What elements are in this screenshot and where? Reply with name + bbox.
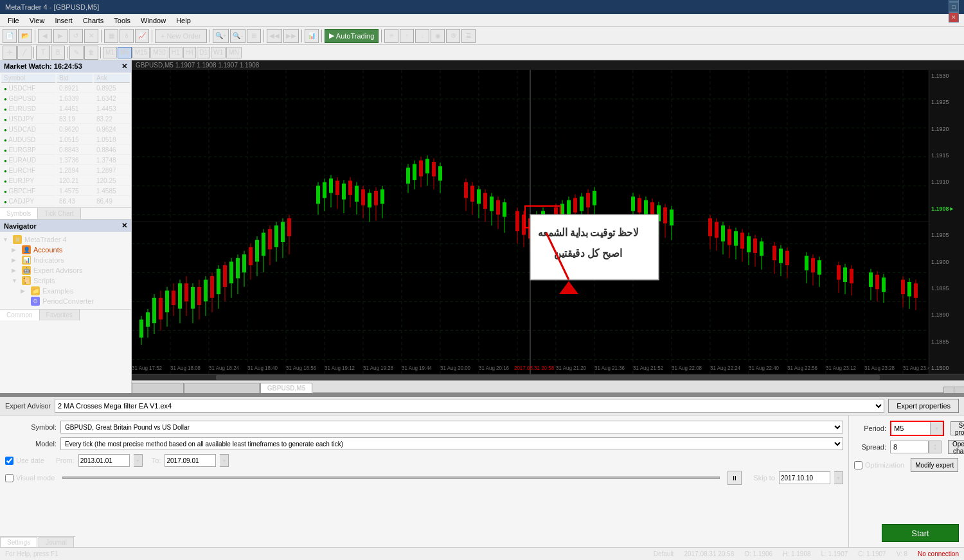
- nav-tab-common[interactable]: Common: [0, 310, 40, 320]
- strat-tab-settings[interactable]: Settings: [0, 537, 37, 547]
- chart-tab-gbpusd-m5[interactable]: GBPUSD,M5: [260, 383, 312, 393]
- tree-accounts[interactable]: ▶ 👤 Accounts: [12, 245, 129, 255]
- market-watch-row[interactable]: ● AUDUSD 1.0515 1.0518: [1, 136, 130, 144]
- zoom-out-btn[interactable]: 🔍-: [230, 29, 245, 43]
- pause-button[interactable]: ⏸: [727, 471, 742, 485]
- delete-btn[interactable]: 🗑: [84, 46, 98, 60]
- market-watch-row[interactable]: ● USDCAD 0.9620 0.9624: [1, 125, 130, 134]
- scroll-left-btn[interactable]: ◀◀: [267, 29, 282, 43]
- menu-help[interactable]: Help: [171, 15, 196, 26]
- tree-indicators[interactable]: ▶ 📊 Indicators: [12, 255, 129, 265]
- misc-btn4[interactable]: ◉: [431, 29, 445, 43]
- market-watch-row[interactable]: ● EURUSD 1.4451 1.4453: [1, 105, 130, 114]
- tf-h4[interactable]: H4: [183, 47, 197, 58]
- market-watch-row[interactable]: ● GBPUSD 1.6339 1.6342: [1, 94, 130, 103]
- navigator-close-icon[interactable]: ✕: [121, 222, 127, 230]
- misc-btn3[interactable]: ↓: [415, 29, 429, 43]
- line-btn[interactable]: ╱: [17, 46, 31, 60]
- market-watch-row[interactable]: ● EURAUD 1.3736 1.3748: [1, 156, 130, 165]
- chart-tab-eurusd-m1[interactable]: EURUSD,M1: [132, 383, 184, 393]
- grid-btn[interactable]: ⊞: [247, 29, 261, 43]
- from-date-input[interactable]: [78, 454, 130, 467]
- to-date-input[interactable]: [165, 454, 216, 467]
- tree-examples[interactable]: ▶ 📁 Examples: [21, 286, 129, 296]
- stop-btn[interactable]: ✕: [84, 29, 98, 43]
- close-button[interactable]: ✕: [949, 12, 959, 22]
- tf-m1[interactable]: M1: [103, 47, 117, 58]
- skip-to-input[interactable]: [779, 471, 830, 484]
- zoom-in-btn[interactable]: 🔍+: [213, 29, 229, 43]
- misc-btn1[interactable]: ≡: [384, 29, 398, 43]
- indicator-btn[interactable]: 📊: [305, 29, 319, 43]
- market-watch-row[interactable]: ● CADJPY 86.43 86.49: [1, 197, 130, 206]
- menu-window[interactable]: Window: [136, 15, 171, 26]
- forward-btn[interactable]: ▶: [53, 29, 67, 43]
- back-btn[interactable]: ◀: [38, 29, 52, 43]
- tf-h1[interactable]: H1: [169, 47, 183, 58]
- period-input[interactable]: [891, 422, 930, 435]
- tf-mn[interactable]: MN: [226, 47, 242, 58]
- misc-btn5[interactable]: ⚙: [446, 29, 460, 43]
- market-watch-row[interactable]: ● USDCHF 0.8921 0.8925: [1, 84, 130, 93]
- mw-tab-tick-chart[interactable]: Tick Chart: [38, 208, 80, 219]
- chart-bar-btn[interactable]: ▦: [104, 29, 118, 43]
- tree-scripts[interactable]: ▼ 📜 Scripts: [12, 276, 129, 286]
- new-btn[interactable]: 📄: [3, 29, 17, 43]
- period-dropdown-arrow[interactable]: ▼: [930, 422, 943, 435]
- chart-scrollbar[interactable]: [132, 374, 964, 380]
- market-watch-row[interactable]: ● EURJPY 120.21 120.25: [1, 177, 130, 186]
- spread-spinner[interactable]: ▲ ▼: [929, 441, 942, 453]
- use-date-checkbox[interactable]: [5, 457, 13, 465]
- chart-candle-btn[interactable]: 🕯: [120, 29, 134, 43]
- bold-btn[interactable]: B: [51, 46, 65, 60]
- open-btn[interactable]: 📂: [18, 29, 32, 43]
- new-order-button[interactable]: + New Order: [155, 29, 207, 43]
- maximize-button[interactable]: □: [949, 2, 959, 12]
- visual-mode-slider[interactable]: [62, 477, 720, 479]
- misc-btn6[interactable]: ≣: [461, 29, 476, 43]
- chart-scroll-right[interactable]: ▶: [954, 387, 964, 393]
- expert-properties-button[interactable]: Expert properties: [888, 399, 959, 413]
- to-date-picker[interactable]: ▼: [220, 454, 229, 467]
- chart-tab-eurusd-m2[interactable]: EURUSD,M2 (offline): [184, 383, 260, 393]
- misc-btn2[interactable]: ↑: [400, 29, 414, 43]
- tf-w1[interactable]: W1: [211, 47, 226, 58]
- menu-tools[interactable]: Tools: [109, 15, 136, 26]
- tree-expert-advisors[interactable]: ▶ 🤖 Expert Advisors: [12, 265, 129, 276]
- text-btn[interactable]: T: [36, 46, 50, 60]
- crosshair-btn[interactable]: ✛: [3, 46, 17, 60]
- draw-btn[interactable]: ✎: [69, 46, 84, 60]
- mw-close-icon[interactable]: ✕: [121, 62, 127, 71]
- menu-charts[interactable]: Charts: [78, 15, 109, 26]
- market-watch-row[interactable]: ● GBPCHF 1.4575 1.4585: [1, 187, 130, 196]
- scroll-right-btn[interactable]: ▶▶: [283, 29, 299, 43]
- model-select[interactable]: Every tick (the most precise method base…: [60, 437, 843, 450]
- mw-tab-symbols[interactable]: Symbols: [0, 208, 38, 219]
- strat-tab-journal[interactable]: Journal: [39, 537, 74, 547]
- symbol-select[interactable]: GBPUSD, Great Britain Pound vs US Dollar: [60, 421, 843, 433]
- ea-dropdown[interactable]: 2 MA Crosses Mega filter EA V1.ex4: [55, 399, 884, 413]
- menu-view[interactable]: View: [24, 15, 50, 26]
- autotrading-button[interactable]: ▶ AutoTrading: [325, 29, 379, 43]
- optimization-checkbox[interactable]: [854, 461, 862, 469]
- chart-main[interactable]: لاحظ توقيت بداية الشمعه اصبح كل دقيقتين …: [132, 70, 964, 374]
- nav-tab-favorites[interactable]: Favorites: [40, 310, 80, 320]
- visual-mode-checkbox[interactable]: [5, 474, 13, 482]
- start-button[interactable]: Start: [882, 524, 959, 542]
- chart-scroll-left[interactable]: ◀: [943, 387, 954, 393]
- refresh-btn[interactable]: ↺: [69, 29, 83, 43]
- market-watch-row[interactable]: ● EURCHF 1.2894 1.2897: [1, 166, 130, 175]
- market-watch-row[interactable]: ● USDJPY 83.19 83.22: [1, 115, 130, 124]
- tree-period-converter[interactable]: ⚙ PeriodConverter: [21, 296, 129, 306]
- menu-file[interactable]: File: [3, 15, 24, 26]
- tf-m5[interactable]: M5: [118, 47, 132, 58]
- tree-metatrader4[interactable]: ▼ 🖥 MetaTrader 4: [3, 234, 129, 245]
- modify-expert-button[interactable]: Modify expert: [911, 458, 958, 472]
- tf-m15[interactable]: M15: [132, 47, 150, 58]
- chart-line-btn[interactable]: 📈: [135, 29, 149, 43]
- tf-d1[interactable]: D1: [197, 47, 210, 58]
- tf-m30[interactable]: M30: [150, 47, 168, 58]
- from-date-picker[interactable]: ▼: [134, 454, 143, 467]
- symbol-properties-button[interactable]: Symbol properties: [951, 421, 964, 435]
- open-chart-button[interactable]: Open chart: [948, 440, 964, 454]
